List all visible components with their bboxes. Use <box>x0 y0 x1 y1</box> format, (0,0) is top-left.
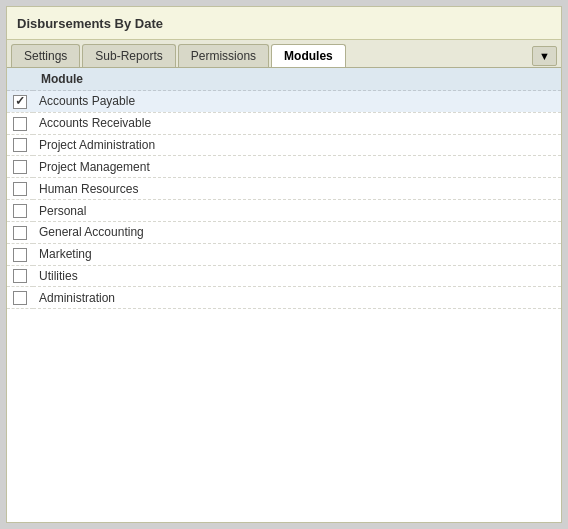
tabs-bar: Settings Sub-Reports Permissions Modules… <box>7 40 561 68</box>
checkbox-cell <box>7 178 33 200</box>
module-checkbox[interactable] <box>13 291 27 305</box>
module-checkbox[interactable] <box>13 138 27 152</box>
checkbox-cell <box>7 200 33 222</box>
module-label: Project Management <box>33 156 561 178</box>
checkbox-cell <box>7 243 33 265</box>
tab-permissions[interactable]: Permissions <box>178 44 269 67</box>
main-panel: Disbursements By Date Settings Sub-Repor… <box>6 6 562 523</box>
module-label: General Accounting <box>33 221 561 243</box>
module-checkbox[interactable] <box>13 204 27 218</box>
module-checkbox[interactable] <box>13 226 27 240</box>
module-checkbox[interactable] <box>13 269 27 283</box>
module-label: Accounts Payable <box>33 91 561 113</box>
module-label: Marketing <box>33 243 561 265</box>
checkbox-cell <box>7 265 33 287</box>
title-bar: Disbursements By Date <box>7 7 561 40</box>
module-column-header: Module <box>33 68 561 91</box>
table-row: Human Resources <box>7 178 561 200</box>
checkbox-cell <box>7 112 33 134</box>
checkbox-cell <box>7 91 33 113</box>
module-label: Administration <box>33 287 561 309</box>
module-label: Human Resources <box>33 178 561 200</box>
module-label: Utilities <box>33 265 561 287</box>
module-checkbox[interactable] <box>13 160 27 174</box>
table-row: General Accounting <box>7 221 561 243</box>
module-label: Project Administration <box>33 134 561 156</box>
table-row: Utilities <box>7 265 561 287</box>
outer-container: Disbursements By Date Settings Sub-Repor… <box>0 0 568 529</box>
checkbox-column-header <box>7 68 33 91</box>
tab-sub-reports[interactable]: Sub-Reports <box>82 44 175 67</box>
module-label: Accounts Receivable <box>33 112 561 134</box>
table-row: Accounts Receivable <box>7 112 561 134</box>
tab-dropdown-button[interactable]: ▼ <box>532 46 557 66</box>
table-row: Administration <box>7 287 561 309</box>
table-row: Project Management <box>7 156 561 178</box>
checkbox-cell <box>7 221 33 243</box>
table-row: Marketing <box>7 243 561 265</box>
checkbox-cell <box>7 156 33 178</box>
module-label: Personal <box>33 200 561 222</box>
table-row: Personal <box>7 200 561 222</box>
page-title: Disbursements By Date <box>17 16 163 31</box>
tab-modules[interactable]: Modules <box>271 44 346 67</box>
module-checkbox[interactable] <box>13 95 27 109</box>
content-area: Module Accounts PayableAccounts Receivab… <box>7 68 561 522</box>
checkbox-cell <box>7 287 33 309</box>
module-checkbox[interactable] <box>13 117 27 131</box>
module-checkbox[interactable] <box>13 248 27 262</box>
table-row: Project Administration <box>7 134 561 156</box>
module-checkbox[interactable] <box>13 182 27 196</box>
table-row: Accounts Payable <box>7 91 561 113</box>
modules-table: Module Accounts PayableAccounts Receivab… <box>7 68 561 309</box>
checkbox-cell <box>7 134 33 156</box>
tab-settings[interactable]: Settings <box>11 44 80 67</box>
